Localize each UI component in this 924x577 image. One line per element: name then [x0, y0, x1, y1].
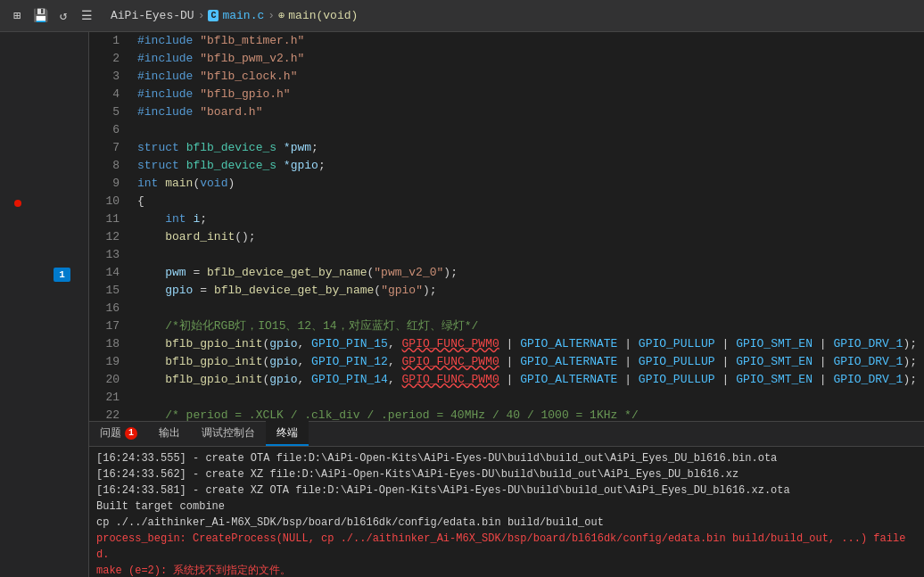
line-21: 21	[89, 389, 924, 407]
terminal-line-2: [16:24:33.562] - create XZ file:D:\AiPi-…	[96, 466, 917, 482]
line-22: 22 /* period = .XCLK / .clk_div / .perio…	[89, 407, 924, 421]
icon-squares[interactable]: ⊞	[9, 8, 25, 24]
terminal-output[interactable]: [16:24:33.555] - create OTA file:D:\AiPi…	[89, 447, 924, 577]
line-13: 13	[89, 246, 924, 264]
func-icon: ⊕	[278, 9, 285, 22]
line-1: 1 #include "bflb_mtimer.h"	[89, 32, 924, 50]
main-layout: 1 1 #include "bflb_mtimer.h" 2 #include …	[0, 32, 924, 577]
terminal-line-7: make (e=2): 系统找不到指定的文件。	[96, 563, 917, 577]
terminal-line-4: Built target combine	[96, 499, 917, 515]
panel-tabs: 问题 1 输出 调试控制台 终端	[89, 422, 924, 447]
tab-problems[interactable]: 问题 1	[89, 421, 148, 446]
terminal-line-3: [16:24:33.581] - create XZ OTA file:D:\A…	[96, 482, 917, 499]
terminal-line-1: [16:24:33.555] - create OTA file:D:\AiPi…	[96, 450, 917, 466]
line-2: 2 #include "bflb_pwm_v2.h"	[89, 50, 924, 68]
line-15: 15 gpio = bflb_device_get_by_name("gpio"…	[89, 282, 924, 300]
line-19: 19 bflb_gpio_init(gpio, GPIO_PIN_12, GPI…	[89, 353, 924, 371]
tab-problems-label: 问题	[100, 425, 121, 441]
breadcrumb-project[interactable]: AiPi-Eyes-DU	[111, 9, 194, 22]
line-14: 14 pwm = bflb_device_get_by_name("pwm_v2…	[89, 264, 924, 282]
sidebar-badge[interactable]: 1	[54, 268, 70, 282]
line-6: 6	[89, 121, 924, 139]
toolbar-icons: ⊞ 💾 ↺ ☰	[9, 8, 95, 24]
breadcrumb: AiPi-Eyes-DU › C main.c › ⊕ main(void)	[111, 9, 358, 22]
line-7: 7 struct bflb_device_s *pwm;	[89, 139, 924, 157]
icon-save[interactable]: 💾	[32, 8, 48, 24]
code-editor[interactable]: 1 #include "bflb_mtimer.h" 2 #include "b…	[89, 32, 924, 421]
c-lang-icon: C	[208, 10, 219, 21]
icon-menu[interactable]: ☰	[78, 8, 95, 24]
breadcrumb-sep1: ›	[198, 9, 205, 22]
terminal-line-5: cp ./../aithinker_Ai-M6X_SDK/bsp/board/b…	[96, 515, 917, 531]
line-5: 5 #include "board.h"	[89, 103, 924, 121]
line-4: 4 #include "bflb_gpio.h"	[89, 86, 924, 103]
tab-output[interactable]: 输出	[148, 421, 191, 446]
code-lines: 1 #include "bflb_mtimer.h" 2 #include "b…	[89, 32, 924, 421]
tab-debug-label: 调试控制台	[202, 425, 255, 441]
breadcrumb-function[interactable]: main(void)	[288, 9, 358, 22]
line-18: 18 bflb_gpio_init(gpio, GPIO_PIN_15, GPI…	[89, 335, 924, 353]
line-12: 12 board_init();	[89, 228, 924, 246]
tab-terminal-label: 终端	[276, 425, 298, 441]
top-bar: ⊞ 💾 ↺ ☰ AiPi-Eyes-DU › C main.c › ⊕ main…	[0, 0, 924, 32]
line-3: 3 #include "bflb_clock.h"	[89, 68, 924, 86]
line-16: 16	[89, 300, 924, 317]
line-17: 17 /*初始化RGB灯，IO15、12、14，对应蓝灯、红灯、绿灯*/	[89, 317, 924, 335]
breadcrumb-file[interactable]: main.c	[222, 9, 264, 22]
breadcrumb-sep2: ›	[268, 9, 275, 22]
tab-output-label: 输出	[159, 425, 180, 441]
icon-refresh[interactable]: ↺	[55, 8, 71, 24]
line-11: 11 int i;	[89, 210, 924, 228]
line-10: 10 {	[89, 193, 924, 210]
problems-badge: 1	[125, 427, 137, 440]
terminal-line-6: process_begin: CreateProcess(NULL, cp ./…	[96, 531, 917, 563]
tab-terminal[interactable]: 终端	[266, 421, 309, 446]
line-20: 20 bflb_gpio_init(gpio, GPIO_PIN_14, GPI…	[89, 371, 924, 389]
line-8: 8 struct bflb_device_s *gpio;	[89, 157, 924, 175]
breakpoint-indicator	[14, 200, 21, 207]
bottom-panel: 问题 1 输出 调试控制台 终端 [16:24:33.555] - create…	[89, 421, 924, 577]
line-9: 9 int main(void)	[89, 175, 924, 193]
tab-debug-console[interactable]: 调试控制台	[191, 421, 266, 446]
sidebar: 1	[0, 32, 89, 577]
